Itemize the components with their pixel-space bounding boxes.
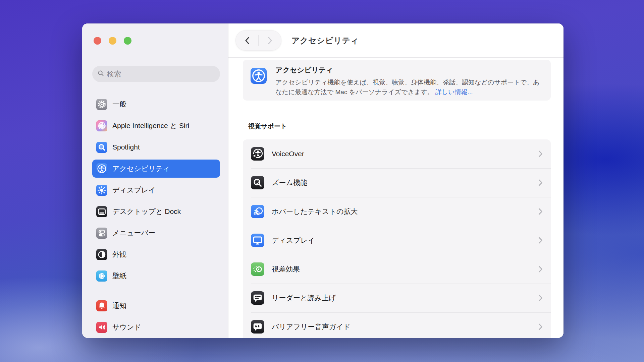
sidebar-item-menu-bar[interactable]: メニューバー <box>92 224 220 242</box>
minimize-button[interactable] <box>109 37 116 45</box>
spoken-content-icon <box>251 291 264 305</box>
search-placeholder: 検索 <box>107 69 121 79</box>
sidebar-item-label: 通知 <box>112 301 126 310</box>
row-label: リーダーと読み上げ <box>272 293 531 303</box>
sidebar-item-label: 壁紙 <box>112 271 126 281</box>
nav-back-forward <box>235 30 281 51</box>
voiceover-icon <box>251 147 264 161</box>
sidebar-item-apple-intelligence[interactable]: Apple Intelligence と Siri <box>92 117 220 135</box>
fullscreen-button[interactable] <box>124 37 131 45</box>
learn-more-link[interactable]: 詳しい情報... <box>435 88 473 96</box>
row-display[interactable]: ディスプレイ <box>243 226 551 255</box>
sidebar: 検索 一般 Apple Intelligence と Siri <box>82 23 228 338</box>
sidebar-item-label: メニューバー <box>112 228 155 238</box>
sidebar-item-label: ディスプレイ <box>112 185 156 195</box>
chevron-right-icon <box>538 208 543 215</box>
traffic-lights <box>92 23 220 45</box>
page-title: アクセシビリティ <box>291 35 359 46</box>
sidebar-item-notifications[interactable]: 通知 <box>92 297 220 315</box>
apple-intelligence-icon <box>96 120 107 131</box>
accessibility-icon <box>96 163 107 174</box>
appearance-icon <box>96 249 107 260</box>
sidebar-nav: 一般 Apple Intelligence と Siri Spotlight <box>92 95 220 336</box>
settings-scroll-area[interactable]: アクセシビリティ アクセシビリティ機能を使えば、視覚、聴覚、身体機能、発話、認知… <box>228 58 564 338</box>
close-button[interactable] <box>94 37 101 45</box>
menu-bar-icon <box>96 228 107 239</box>
row-hover-text[interactable]: あ ホバーしたテキストの拡大 <box>243 197 551 226</box>
sidebar-item-label: デスクトップと Dock <box>112 207 181 216</box>
desktop-dock-icon <box>96 206 107 217</box>
chevron-right-icon <box>538 179 543 186</box>
row-label: ズーム機能 <box>272 178 531 187</box>
search-icon <box>98 70 104 78</box>
sidebar-item-label: Spotlight <box>112 143 140 151</box>
content-pane: アクセシビリティ アクセシビリティ アクセシビリティ機能を使えば、視覚、聴覚、身… <box>228 23 564 338</box>
display-icon <box>251 234 264 247</box>
audio-descriptions-icon <box>251 320 264 334</box>
chevron-right-icon <box>538 150 543 158</box>
notifications-icon <box>96 300 107 311</box>
navigation-bar: アクセシビリティ <box>228 23 564 58</box>
intro-title: アクセシビリティ <box>275 65 543 75</box>
row-label: バリアフリー音声ガイド <box>272 322 531 331</box>
intro-text: アクセシビリティ アクセシビリティ機能を使えば、視覚、聴覚、身体機能、発話、認知… <box>275 65 543 97</box>
sidebar-item-spotlight[interactable]: Spotlight <box>92 138 220 156</box>
motion-icon <box>251 262 264 276</box>
accessibility-intro-card: アクセシビリティ アクセシビリティ機能を使えば、視覚、聴覚、身体機能、発話、認知… <box>243 60 551 101</box>
sidebar-item-general[interactable]: 一般 <box>92 95 220 113</box>
vision-settings-list: VoiceOver ズーム機能 あ <box>243 139 551 338</box>
row-audio-descriptions[interactable]: バリアフリー音声ガイド <box>243 312 551 338</box>
system-settings-window: 検索 一般 Apple Intelligence と Siri <box>82 23 564 338</box>
sidebar-item-accessibility[interactable]: アクセシビリティ <box>92 160 220 178</box>
accessibility-icon <box>251 68 267 84</box>
gear-icon <box>96 99 107 110</box>
sidebar-item-display[interactable]: ディスプレイ <box>92 181 220 199</box>
wallpaper-icon <box>96 270 107 282</box>
chevron-right-icon <box>538 265 543 273</box>
sidebar-item-label: サウンド <box>112 322 141 332</box>
row-spoken-content[interactable]: リーダーと読み上げ <box>243 284 551 312</box>
chevron-right-icon <box>538 323 543 330</box>
spotlight-icon <box>96 142 107 153</box>
sidebar-item-wallpaper[interactable]: 壁紙 <box>92 267 220 285</box>
row-label: 視差効果 <box>272 264 531 274</box>
sidebar-item-label: Apple Intelligence と Siri <box>112 121 189 130</box>
sidebar-item-sound[interactable]: サウンド <box>92 318 220 336</box>
sidebar-item-label: 外観 <box>112 250 126 259</box>
sidebar-item-label: アクセシビリティ <box>112 164 170 173</box>
sidebar-item-label: 一般 <box>112 100 126 109</box>
sound-icon <box>96 322 107 333</box>
display-brightness-icon <box>96 185 107 196</box>
row-label: ディスプレイ <box>272 236 531 245</box>
forward-button[interactable] <box>259 30 281 51</box>
row-label: VoiceOver <box>272 150 531 158</box>
row-zoom[interactable]: ズーム機能 <box>243 168 551 197</box>
section-title-vision: 視覚サポート <box>248 122 551 131</box>
chevron-right-icon <box>538 294 543 302</box>
hover-text-icon: あ <box>251 205 264 218</box>
zoom-feature-icon <box>251 176 264 189</box>
sidebar-item-appearance[interactable]: 外観 <box>92 245 220 263</box>
row-voiceover[interactable]: VoiceOver <box>243 139 551 168</box>
sidebar-item-desktop-dock[interactable]: デスクトップと Dock <box>92 202 220 221</box>
row-label: ホバーしたテキストの拡大 <box>272 207 531 216</box>
intro-description: アクセシビリティ機能を使えば、視覚、聴覚、身体機能、発話、認知などのサポートで、… <box>275 79 539 96</box>
chevron-right-icon <box>538 237 543 244</box>
back-button[interactable] <box>235 30 258 51</box>
row-motion[interactable]: 視差効果 <box>243 255 551 284</box>
search-input[interactable]: 検索 <box>92 66 220 82</box>
